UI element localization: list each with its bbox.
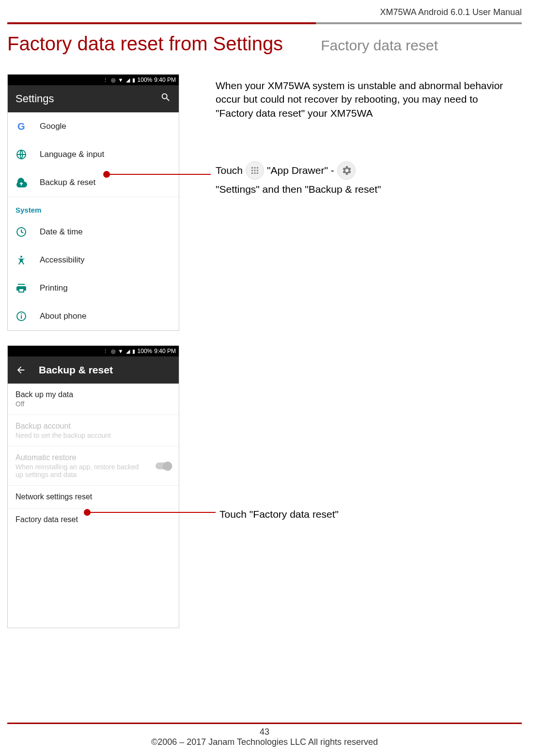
phone-mock-backup-reset: ⋮ ◎ ▼ ◢ ▮ 100% 9:40 PM Backup & reset Ba… bbox=[7, 345, 179, 628]
pointer-line-2 bbox=[87, 512, 216, 513]
blank-area bbox=[8, 531, 179, 628]
bk-label: Network settings reset bbox=[16, 493, 171, 501]
info-icon bbox=[16, 310, 27, 322]
settings-item-label: Accessibility bbox=[40, 255, 85, 265]
svg-point-1 bbox=[254, 167, 256, 169]
svg-point-7 bbox=[254, 172, 256, 174]
backup-icon bbox=[16, 177, 27, 188]
backup-item-backup-data[interactable]: Back up my data Off bbox=[8, 384, 179, 415]
p2-settings-text: "Settings" and then "Backup & reset" bbox=[216, 183, 381, 196]
settings-item-printing[interactable]: Printing bbox=[8, 274, 179, 302]
svg-point-6 bbox=[251, 172, 253, 174]
backup-title: Backup & reset bbox=[39, 364, 113, 376]
backup-item-auto-restore: Automatic restore When reinstalling an a… bbox=[8, 447, 179, 486]
copyright-text: ©2006 – 2017 Janam Technologies LLC All … bbox=[7, 737, 522, 747]
svg-point-8 bbox=[257, 172, 259, 174]
svg-rect-15 bbox=[21, 313, 22, 314]
bk-label: Back up my data bbox=[16, 390, 171, 399]
settings-appbar: Settings bbox=[8, 85, 179, 112]
svg-point-2 bbox=[257, 167, 259, 169]
backup-item-account: Backup account Need to set the backup ac… bbox=[8, 415, 179, 447]
settings-item-label: Backup & reset bbox=[40, 178, 95, 187]
phone-mock-settings: ⋮ ◎ ▼ ◢ ▮ 100% 9:40 PM Settings G Google bbox=[7, 74, 179, 331]
bk-label: Factory data reset bbox=[16, 515, 171, 524]
svg-point-12 bbox=[20, 256, 22, 258]
toggle-auto-restore bbox=[156, 463, 172, 469]
bk-label: Backup account bbox=[16, 422, 171, 431]
settings-item-language[interactable]: Language & input bbox=[8, 140, 179, 169]
paragraph-steps: Touch "App Drawer" - "Settings" and then… bbox=[216, 161, 516, 196]
status-time: 9:40 PM bbox=[154, 77, 176, 83]
bk-sub: Need to set the backup account bbox=[16, 432, 171, 439]
settings-item-label: Printing bbox=[40, 283, 68, 293]
settings-item-date-time[interactable]: Date & time bbox=[8, 218, 179, 246]
svg-point-0 bbox=[251, 167, 253, 169]
paragraph-intro: When your XM75WA system is unstable and … bbox=[216, 79, 511, 120]
status-icons: ⋮ ◎ ▼ ◢ ▮ bbox=[103, 348, 135, 355]
settings-item-google[interactable]: G Google bbox=[8, 112, 179, 140]
page-title-right: Factory data reset bbox=[316, 37, 522, 54]
settings-item-label: Date & time bbox=[40, 227, 83, 237]
backup-item-network-reset[interactable]: Network settings reset bbox=[8, 486, 179, 509]
app-drawer-icon bbox=[246, 161, 264, 180]
settings-item-label: Language & input bbox=[40, 150, 104, 159]
google-icon: G bbox=[16, 121, 27, 132]
settings-gear-icon bbox=[337, 161, 356, 180]
settings-title: Settings bbox=[16, 93, 54, 105]
p2-touch: Touch bbox=[216, 164, 243, 177]
clock-icon bbox=[16, 226, 27, 238]
bk-sub: When reinstalling an app, restore backed… bbox=[16, 463, 141, 478]
status-time: 9:40 PM bbox=[154, 348, 176, 355]
settings-item-about-phone[interactable]: About phone bbox=[8, 302, 179, 330]
status-bar-2: ⋮ ◎ ▼ ◢ ▮ 100% 9:40 PM bbox=[8, 346, 179, 356]
backup-appbar: Backup & reset bbox=[8, 356, 179, 384]
accessibility-icon bbox=[16, 254, 27, 266]
search-icon[interactable] bbox=[160, 92, 171, 106]
svg-rect-14 bbox=[21, 315, 22, 319]
back-arrow-icon[interactable] bbox=[16, 365, 26, 375]
page-number: 43 bbox=[7, 727, 522, 737]
settings-item-label: About phone bbox=[40, 311, 86, 321]
settings-item-accessibility[interactable]: Accessibility bbox=[8, 246, 179, 274]
svg-point-5 bbox=[257, 170, 259, 171]
status-icons: ⋮ ◎ ▼ ◢ ▮ bbox=[103, 77, 135, 83]
settings-section-header: System bbox=[8, 197, 179, 218]
status-bar: ⋮ ◎ ▼ ◢ ▮ 100% 9:40 PM bbox=[8, 75, 179, 85]
globe-icon bbox=[16, 149, 27, 160]
svg-point-4 bbox=[254, 170, 256, 171]
bk-sub: Off bbox=[16, 400, 171, 408]
p2-appdrawer-text: "App Drawer" - bbox=[267, 164, 334, 177]
svg-text:G: G bbox=[17, 121, 25, 132]
printer-icon bbox=[16, 282, 27, 294]
settings-item-backup-reset[interactable]: Backup & reset bbox=[8, 169, 179, 197]
top-rule bbox=[7, 22, 522, 24]
pointer-line-1 bbox=[107, 174, 211, 175]
svg-point-3 bbox=[251, 170, 253, 171]
paragraph-factory-reset: Touch "Factory data reset" bbox=[219, 508, 339, 521]
status-battery: 100% bbox=[138, 348, 153, 355]
page-title-left: Factory data reset from Settings bbox=[7, 33, 316, 55]
settings-item-label: Google bbox=[40, 122, 66, 131]
bk-label: Automatic restore bbox=[16, 453, 171, 462]
status-battery: 100% bbox=[138, 77, 153, 83]
page-footer: 43 ©2006 – 2017 Janam Technologies LLC A… bbox=[7, 723, 522, 747]
doc-header: XM75WA Android 6.0.1 User Manual bbox=[7, 7, 522, 22]
